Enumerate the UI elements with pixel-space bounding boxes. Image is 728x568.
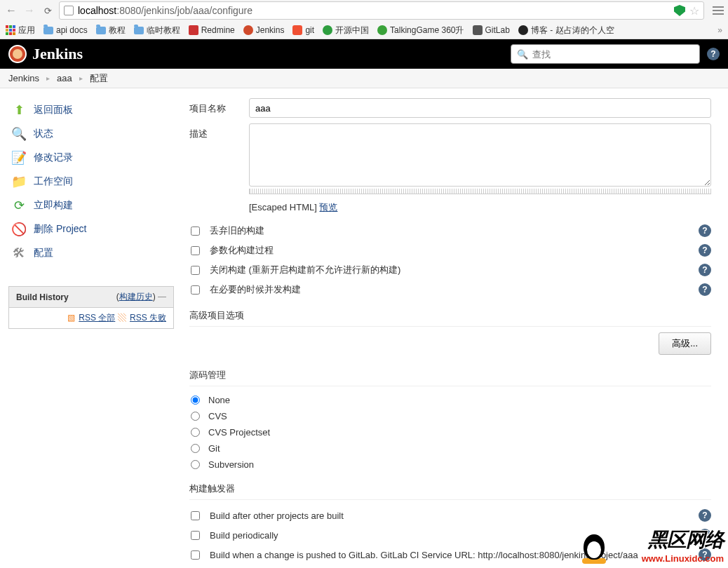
resize-grip[interactable] xyxy=(249,189,711,194)
bookmark-label: git xyxy=(305,25,314,35)
browser-menu-icon[interactable] xyxy=(713,6,724,15)
scm-option-label: Git xyxy=(208,443,220,454)
bookmark-label: Redmine xyxy=(201,25,235,35)
preview-link[interactable]: 预览 xyxy=(319,202,337,212)
bookmark-label: api docs xyxy=(56,25,88,35)
option-checkbox[interactable] xyxy=(191,285,200,295)
page-icon xyxy=(64,6,74,15)
breadcrumb-separator-icon: ▸ xyxy=(79,74,83,82)
breadcrumb-item[interactable]: Jenkins xyxy=(8,73,39,83)
header-search[interactable]: 🔍 xyxy=(511,44,700,64)
bookmark-icon xyxy=(292,25,302,35)
bookmark-item[interactable]: Redmine xyxy=(189,25,235,35)
option-checkbox[interactable] xyxy=(191,266,200,275)
sidebar-item-changes[interactable]: 📝修改记录 xyxy=(8,146,174,170)
help-icon[interactable]: ? xyxy=(699,264,711,276)
bookmark-item[interactable]: 博客 - 赵占涛的个人空 xyxy=(518,25,614,36)
delete-icon: 🚫 xyxy=(11,222,27,237)
project-name-input[interactable] xyxy=(249,98,711,118)
help-icon[interactable]: ? xyxy=(699,224,711,237)
bookmark-label: GitLab xyxy=(485,25,510,35)
configure-icon: 🛠 xyxy=(11,245,27,261)
bookmark-label: TalkingGame 360升 xyxy=(390,25,464,36)
back-icon: ⬆ xyxy=(11,102,27,118)
bookmarks-overflow-icon[interactable]: » xyxy=(717,25,722,35)
build-history-title: Build History xyxy=(16,292,69,302)
description-textarea[interactable] xyxy=(249,123,711,187)
scm-radio[interactable] xyxy=(191,428,200,437)
option-checkbox[interactable] xyxy=(191,246,200,255)
jenkins-logo[interactable]: Jenkins xyxy=(8,45,83,63)
scm-radio[interactable] xyxy=(191,444,200,453)
browser-chrome: ← → ⟳ localhost:8080/jenkins/job/aaa/con… xyxy=(0,0,728,39)
bookmark-icon xyxy=(96,25,106,35)
bookmark-icon xyxy=(473,25,483,35)
bookmark-item[interactable]: 教程 xyxy=(96,25,126,36)
build-history-panel: Build History (构建历史) — ▧ RSS 全部 ▧ RSS 失败 xyxy=(8,286,174,329)
scm-option-row: Subversion xyxy=(189,457,711,473)
sidebar-item-delete[interactable]: 🚫删除 Project xyxy=(8,217,174,241)
help-icon[interactable]: ? xyxy=(699,548,711,561)
build-history-trend-link[interactable]: 构建历史 xyxy=(119,292,153,302)
sidebar-item-workspace[interactable]: 📁工作空间 xyxy=(8,170,174,194)
option-row: 参数化构建过程? xyxy=(189,241,711,260)
option-checkbox[interactable] xyxy=(191,226,200,236)
sidebar-item-label: 修改记录 xyxy=(34,151,73,164)
bookmark-item[interactable]: TalkingGame 360升 xyxy=(377,25,464,36)
option-label: 丢弃旧的构建 xyxy=(210,224,699,237)
rss-icon: ▧ xyxy=(118,313,126,323)
scm-option-row: None xyxy=(189,392,711,408)
scm-radio[interactable] xyxy=(191,395,200,405)
option-row: 丢弃旧的构建? xyxy=(189,221,711,241)
sidebar-item-label: 工作空间 xyxy=(34,175,73,188)
configure-form: 项目名称 描述 [Escaped HTML] 预览 丢弃旧的构建?参数化构建过程… xyxy=(182,88,728,568)
sidebar-item-label: 状态 xyxy=(34,128,53,140)
breadcrumb-item[interactable]: aaa xyxy=(57,73,72,83)
sidebar-item-configure[interactable]: 🛠配置 xyxy=(8,241,174,265)
scm-option-row: CVS Projectset xyxy=(189,424,711,440)
help-icon[interactable]: ? xyxy=(699,509,711,522)
bookmark-star-icon[interactable]: ☆ xyxy=(689,4,699,18)
rss-fail-link[interactable]: RSS 失败 xyxy=(130,313,166,323)
scm-option-label: None xyxy=(208,395,230,405)
help-icon[interactable]: ? xyxy=(699,283,711,296)
bookmarks-bar: 应用api docs教程临时教程RedmineJenkinsgit开源中国Tal… xyxy=(0,21,728,39)
bookmark-label: 临时教程 xyxy=(147,25,180,36)
breadcrumb-item[interactable]: 配置 xyxy=(90,72,108,85)
nav-back-icon[interactable]: ← xyxy=(4,4,18,18)
bookmark-item[interactable]: api docs xyxy=(43,25,88,35)
sidebar-item-back[interactable]: ⬆返回面板 xyxy=(8,98,174,122)
scm-radio[interactable] xyxy=(191,460,200,469)
sidebar-item-status[interactable]: 🔍状态 xyxy=(8,122,174,146)
bookmark-item[interactable]: git xyxy=(292,25,314,35)
bookmark-icon xyxy=(243,25,253,35)
bookmark-item[interactable]: Jenkins xyxy=(243,25,285,35)
jenkins-avatar-icon xyxy=(8,45,27,63)
status-icon: 🔍 xyxy=(11,126,27,142)
sidebar: ⬆返回面板🔍状态📝修改记录📁工作空间⟳立即构建🚫删除 Project🛠配置 Bu… xyxy=(0,88,182,568)
linux-penguin-icon xyxy=(581,533,607,564)
shield-icon[interactable] xyxy=(674,5,685,16)
trigger-checkbox[interactable] xyxy=(191,550,200,560)
build-now-icon: ⟳ xyxy=(11,198,27,213)
trigger-checkbox[interactable] xyxy=(191,511,200,520)
advanced-button[interactable]: 高级... xyxy=(659,332,711,355)
trigger-row: Build after other projects are built? xyxy=(189,506,711,525)
breadcrumb-separator-icon: ▸ xyxy=(46,74,50,82)
bookmark-item[interactable]: 临时教程 xyxy=(134,25,180,36)
reload-icon[interactable]: ⟳ xyxy=(41,4,55,18)
bookmark-item[interactable]: 应用 xyxy=(6,25,35,36)
scm-radio[interactable] xyxy=(191,412,200,421)
help-icon[interactable]: ? xyxy=(699,244,711,257)
search-input[interactable] xyxy=(532,49,694,60)
url-bar[interactable]: localhost:8080/jenkins/job/aaa/configure… xyxy=(59,1,704,20)
bookmark-item[interactable]: 开源中国 xyxy=(323,25,369,36)
trigger-checkbox[interactable] xyxy=(191,531,200,540)
bookmark-icon xyxy=(6,25,15,35)
header-help-icon[interactable]: ? xyxy=(707,48,720,60)
help-icon[interactable]: ? xyxy=(699,529,711,541)
rss-all-link[interactable]: RSS 全部 xyxy=(79,313,115,323)
sidebar-item-build-now[interactable]: ⟳立即构建 xyxy=(8,194,174,217)
bookmark-item[interactable]: GitLab xyxy=(473,25,510,35)
nav-forward-icon[interactable]: → xyxy=(22,4,36,18)
